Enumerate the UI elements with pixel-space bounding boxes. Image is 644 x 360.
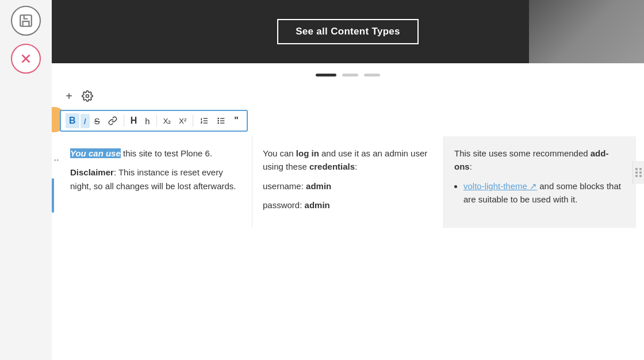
col3-intro: This site uses some recommended add-ons:: [454, 147, 626, 174]
text-selection-bar: [52, 178, 54, 213]
drag-handle[interactable]: [632, 161, 644, 184]
hero-banner: See all Content Types: [52, 0, 644, 63]
unordered-list-button[interactable]: [213, 114, 229, 128]
dot-1[interactable]: [316, 74, 336, 76]
main-content: See all Content Types + B I S: [52, 0, 644, 360]
dots-handle: ••: [54, 157, 59, 163]
col2-password-label: password:: [263, 200, 305, 210]
blockquote-button[interactable]: ": [231, 113, 242, 128]
highlight-span: You can use: [70, 148, 121, 158]
col2-username-val: admin: [306, 181, 331, 191]
col2-username: username: admin: [263, 179, 433, 193]
link-icon: [108, 116, 117, 125]
rte-toolbar: B I S H h X₂ X²: [60, 110, 248, 132]
svg-rect-16: [639, 171, 642, 174]
svg-rect-13: [635, 168, 638, 170]
col2-login: log in: [296, 148, 319, 158]
col2-credentials: credentials: [309, 162, 355, 171]
svg-rect-17: [635, 175, 638, 177]
col2-password-val: admin: [305, 200, 330, 210]
column-2: You can log in and use it as an admin us…: [252, 136, 444, 228]
ordered-list-button[interactable]: [196, 114, 212, 128]
toolbar-separator-2: [156, 115, 157, 127]
heading1-button[interactable]: H: [127, 113, 141, 128]
save-icon: [18, 13, 33, 28]
col1-disclaimer: Disclaimer: This instance is reset every…: [70, 166, 241, 193]
svg-rect-15: [635, 171, 638, 174]
cancel-button[interactable]: [11, 44, 41, 74]
col1-text: You can use this site to test Plone 6.: [70, 147, 241, 160]
column-1: You can use this site to test Plone 6. D…: [60, 136, 252, 228]
rte-toolbar-wrapper: B I S H h X₂ X²: [52, 108, 644, 132]
toolbar-separator-3: [193, 115, 193, 127]
col3-list-item-1: volto-light-theme ↗ and some blocks that…: [463, 179, 626, 206]
svg-point-11: [218, 120, 218, 121]
svg-point-10: [218, 118, 218, 118]
ol-icon: [200, 116, 209, 125]
svg-rect-18: [639, 175, 642, 177]
see-all-content-types-button[interactable]: See all Content Types: [277, 19, 419, 44]
settings-button[interactable]: [78, 87, 97, 105]
col2-text3: :: [355, 162, 357, 171]
close-icon: [18, 51, 33, 66]
col1-text-rest: this site to test Plone 6.: [121, 148, 212, 158]
col3-colon: :: [470, 162, 472, 171]
svg-rect-14: [639, 168, 642, 170]
content-columns: You can use this site to test Plone 6. D…: [52, 136, 644, 228]
col2-text1: You can: [263, 148, 296, 158]
bold-button[interactable]: B: [66, 113, 79, 128]
strikethrough-button[interactable]: S: [91, 114, 103, 128]
ul-icon: [217, 116, 226, 125]
svg-point-3: [86, 95, 89, 98]
toolbar-separator-1: [124, 115, 124, 127]
superscript-button[interactable]: X²: [175, 114, 190, 128]
left-sidebar: [0, 0, 52, 360]
toolbar-area: +: [52, 83, 644, 108]
save-button[interactable]: [11, 6, 41, 36]
gear-icon: [82, 90, 93, 102]
link-button[interactable]: [105, 114, 121, 128]
drag-handle-icon: [635, 167, 642, 178]
add-block-button[interactable]: +: [60, 87, 78, 105]
col3-text1: This site uses some recommended: [454, 148, 591, 158]
subscript-button[interactable]: X₂: [160, 114, 175, 128]
column-3: This site uses some recommended add-ons:…: [444, 136, 636, 228]
svg-point-12: [218, 122, 218, 123]
italic-button[interactable]: I: [80, 114, 90, 128]
col2-intro: You can log in and use it as an admin us…: [263, 147, 433, 174]
dot-2[interactable]: [342, 74, 358, 76]
heading2-button[interactable]: h: [141, 114, 153, 128]
col3-list: volto-light-theme ↗ and some blocks that…: [463, 179, 626, 206]
col2-username-label: username:: [263, 181, 306, 191]
volto-link[interactable]: volto-light-theme ↗: [463, 181, 537, 191]
col2-password: password: admin: [263, 198, 433, 212]
col1-disclaimer-label: Disclaimer: [70, 167, 114, 177]
dot-3[interactable]: [364, 74, 380, 76]
slider-dots: [52, 63, 644, 83]
